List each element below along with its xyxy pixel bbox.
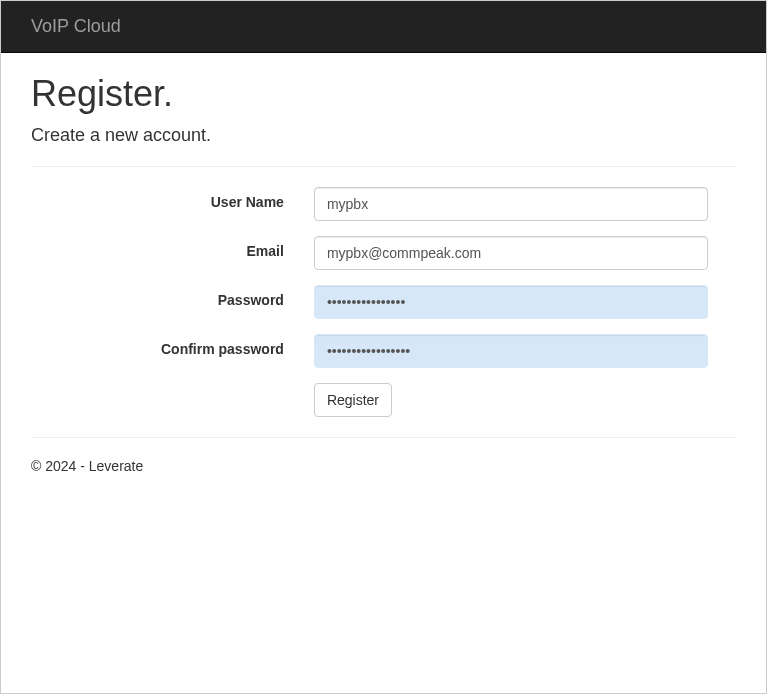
navbar: VoIP Cloud	[1, 1, 766, 53]
register-button[interactable]: Register	[314, 383, 392, 417]
form-group-confirm-password: Confirm password	[31, 334, 736, 368]
password-label: Password	[31, 285, 299, 308]
form-group-password: Password	[31, 285, 736, 319]
email-label: Email	[31, 236, 299, 259]
navbar-brand-link[interactable]: VoIP Cloud	[16, 1, 136, 52]
password-input[interactable]	[314, 285, 708, 319]
form-group-submit: Register	[31, 383, 736, 417]
form-group-username: User Name	[31, 187, 736, 221]
page-title: Register.	[31, 73, 736, 115]
confirm-password-label: Confirm password	[31, 334, 299, 357]
form-group-email: Email	[31, 236, 736, 270]
divider-bottom	[31, 437, 736, 438]
register-form: User Name Email Password Confirm passwor…	[31, 187, 736, 417]
username-input[interactable]	[314, 187, 708, 221]
footer-text: © 2024 - Leverate	[31, 458, 736, 474]
confirm-password-input[interactable]	[314, 334, 708, 368]
email-input[interactable]	[314, 236, 708, 270]
main-container: Register. Create a new account. User Nam…	[1, 73, 766, 438]
footer: © 2024 - Leverate	[1, 458, 766, 474]
page-subtitle: Create a new account.	[31, 125, 736, 146]
divider-top	[31, 166, 736, 167]
username-label: User Name	[31, 187, 299, 210]
